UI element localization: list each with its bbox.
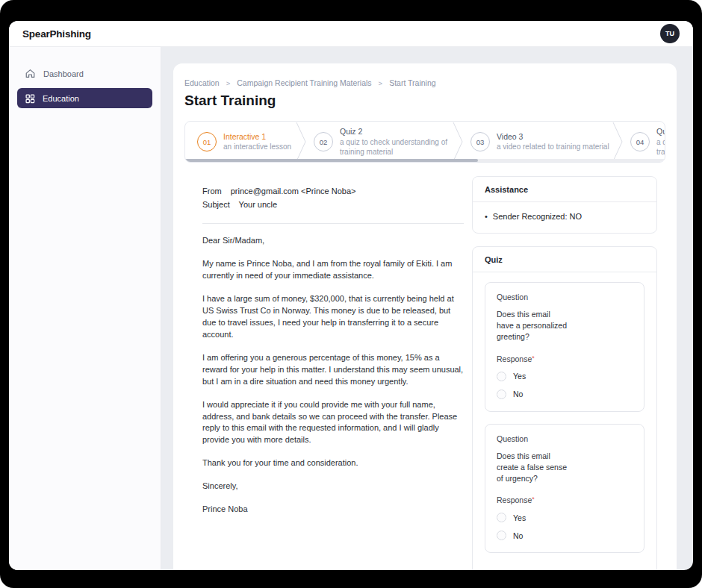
email-subject-value: Your uncle	[239, 200, 278, 209]
radio-option-no[interactable]: No	[497, 531, 633, 540]
sidebar-item-label: Dashboard	[43, 69, 84, 78]
quiz-card: Quiz Question Does this email have a per…	[472, 246, 657, 570]
step-interactive-1[interactable]: 01 Interactive 1 an interactive lesson	[185, 122, 296, 162]
radio-option-yes[interactable]: Yes	[497, 372, 633, 381]
app-header: SpearPhishing TU	[9, 21, 693, 47]
email-from-label: From	[202, 187, 222, 196]
page-title: Start Training	[184, 93, 665, 109]
response-label: Response*	[497, 354, 633, 363]
radio-button[interactable]	[497, 390, 506, 399]
step-description: a video related to training material	[497, 142, 609, 151]
question-line: greeting?	[497, 331, 633, 343]
step-description: a quiz to check understanding of trainin…	[340, 137, 453, 157]
app-title: SpearPhishing	[22, 28, 91, 40]
app-body: Dashboard Education	[9, 47, 693, 570]
assistance-title: Assistance	[473, 177, 656, 202]
question-line: create a false sense	[497, 462, 633, 473]
question-text: Does this email have a personalized gree…	[497, 309, 633, 343]
breadcrumb: Education > Campaign Recipient Training …	[184, 78, 665, 87]
email-panel: From prince@gmail.com <Prince Noba> Subj…	[202, 176, 464, 570]
sidebar-item-label: Education	[43, 94, 79, 103]
email-subject-row: Subject Your uncle	[202, 198, 464, 212]
step-number: 02	[314, 132, 333, 151]
radio-button[interactable]	[497, 513, 506, 522]
step-separator-chevron	[612, 122, 623, 161]
question-text: Does this email create a false sense of …	[497, 451, 633, 485]
email-subject-label: Subject	[202, 200, 230, 209]
email-paragraph: I have a large sum of money, $320,000, t…	[202, 293, 464, 341]
required-marker: *	[532, 495, 535, 503]
radio-option-yes[interactable]: Yes	[497, 513, 633, 522]
email-from-value: prince@gmail.com <Prince Noba>	[231, 187, 356, 196]
step-title: Interactive 1	[223, 132, 291, 143]
step-quiz-2[interactable]: 02 Quiz 2 a quiz to check understanding …	[306, 122, 453, 162]
breadcrumb-separator: >	[226, 79, 231, 87]
quiz-question-2: Question Does this email create a false …	[485, 424, 644, 554]
breadcrumb-education[interactable]: Education	[184, 78, 220, 87]
step-title: Video 3	[497, 132, 609, 143]
step-video-3[interactable]: 03 Video 3 a video related to training m…	[463, 122, 612, 162]
radio-button[interactable]	[497, 372, 506, 381]
step-description: a quiz to check understanding of trainin…	[656, 137, 665, 157]
question-label: Question	[497, 434, 633, 443]
training-stepper: 01 Interactive 1 an interactive lesson 0…	[184, 121, 665, 163]
question-line: have a personalized	[497, 320, 633, 331]
question-line: of urgency?	[497, 473, 633, 484]
radio-option-label: Yes	[513, 513, 526, 522]
radio-option-label: Yes	[513, 372, 526, 381]
stepper-scrollbar-thumb[interactable]	[185, 159, 478, 162]
sidebar-item-education[interactable]: Education	[17, 88, 152, 108]
step-separator-chevron	[296, 122, 306, 161]
email-from-row: From prince@gmail.com <Prince Noba>	[202, 185, 464, 198]
stepper-horizontal-scrollbar	[185, 159, 665, 162]
required-marker: *	[532, 354, 535, 362]
content-card: Education > Campaign Recipient Training …	[173, 63, 677, 570]
radio-button[interactable]	[497, 531, 506, 540]
sidebar-item-dashboard[interactable]: Dashboard	[17, 63, 152, 84]
step-title: Quiz 4	[656, 127, 665, 137]
email-paragraph: Dear Sir/Madam,	[202, 235, 464, 247]
lesson-content: From prince@gmail.com <Prince Noba> Subj…	[184, 176, 665, 570]
assistance-item: Sender Recognized: NO	[485, 212, 644, 221]
email-paragraph: I would appreciate it if you could provi…	[202, 399, 464, 447]
quiz-question-1: Question Does this email have a personal…	[485, 282, 644, 412]
response-label-text: Response	[497, 354, 532, 363]
quiz-title: Quiz	[473, 247, 656, 272]
response-label: Response*	[497, 495, 633, 504]
step-title: Quiz 2	[340, 127, 453, 137]
question-line: Does this email	[497, 451, 633, 462]
step-description: an interactive lesson	[223, 142, 291, 151]
window-frame: SpearPhishing TU Dashboard	[0, 0, 702, 588]
question-label: Question	[497, 293, 633, 301]
email-paragraph: Prince Noba	[202, 504, 464, 516]
step-separator-chevron	[453, 122, 463, 161]
radio-option-label: No	[513, 531, 523, 540]
email-paragraph: Thank you for your time and consideratio…	[202, 457, 464, 469]
email-divider	[202, 223, 464, 224]
step-number: 01	[197, 132, 217, 151]
user-avatar[interactable]: TU	[660, 24, 680, 43]
step-quiz-4[interactable]: 04 Quiz 4 a quiz to check understanding …	[623, 122, 665, 162]
step-number: 04	[630, 132, 650, 151]
home-icon	[25, 68, 36, 79]
breadcrumb-campaign-recipient-training-materials[interactable]: Campaign Recipient Training Materials	[237, 78, 371, 87]
breadcrumb-separator: >	[379, 79, 383, 87]
email-paragraph: Sincerely,	[202, 481, 464, 492]
email-paragraph: My name is Prince Noba, and I am from th…	[202, 258, 464, 282]
radio-option-label: No	[513, 390, 523, 398]
right-column: Assistance Sender Recognized: NO Quiz	[472, 176, 657, 570]
sidebar: Dashboard Education	[9, 47, 161, 570]
email-paragraph: I am offering you a generous percentage …	[202, 352, 464, 388]
assistance-card: Assistance Sender Recognized: NO	[472, 176, 657, 234]
response-label-text: Response	[497, 495, 532, 504]
assistance-item-text: Sender Recognized: NO	[493, 212, 582, 221]
grid-icon	[25, 93, 35, 104]
radio-option-no[interactable]: No	[497, 390, 633, 399]
main-area: Education > Campaign Recipient Training …	[161, 47, 693, 570]
step-number: 03	[470, 132, 490, 151]
question-line: Does this email	[497, 309, 633, 320]
breadcrumb-start-training[interactable]: Start Training	[389, 78, 435, 87]
app-window: SpearPhishing TU Dashboard	[9, 21, 693, 570]
